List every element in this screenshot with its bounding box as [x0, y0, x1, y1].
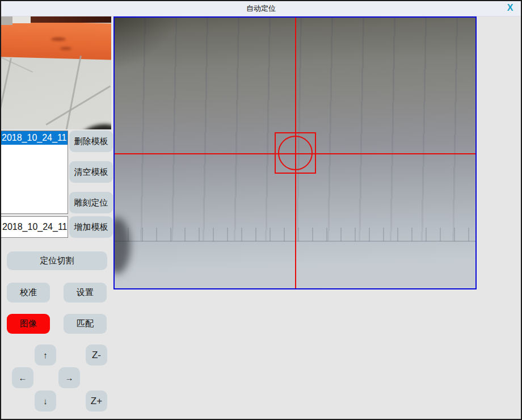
target-circle [278, 136, 313, 170]
camera-viewport[interactable] [113, 16, 477, 289]
thumbnail-dark-strip [31, 16, 111, 23]
title-bar: 自动定位 X [0, 0, 522, 16]
template-list[interactable]: 2018_10_24_11 [1, 131, 68, 214]
close-icon[interactable]: X [504, 2, 516, 14]
thumbnail-tile-line [45, 85, 111, 125]
image-button[interactable]: 图像 [7, 314, 50, 334]
calibrate-button[interactable]: 校准 [7, 283, 50, 303]
jog-z-minus-button[interactable]: Z- [86, 345, 107, 366]
thumbnail-tile-line [1, 58, 12, 129]
add-template-button[interactable]: 增加模板 [69, 216, 113, 238]
jog-right-button[interactable]: → [58, 367, 80, 388]
clear-templates-button[interactable]: 清空模板 [69, 161, 113, 183]
thumbnail-stain [60, 47, 71, 50]
jog-left-button[interactable]: ← [12, 367, 33, 388]
window-title: 自动定位 [0, 3, 522, 14]
template-list-item[interactable]: 2018_10_24_11 [1, 131, 68, 145]
engrave-position-button[interactable]: 雕刻定位 [69, 192, 113, 213]
thumbnail-stain [51, 37, 66, 41]
template-thumbnail [1, 16, 111, 129]
position-cut-button[interactable]: 定位切割 [7, 251, 107, 270]
thumbnail-dark-object [73, 120, 111, 129]
template-name-input[interactable] [1, 216, 68, 238]
delete-template-button[interactable]: 删除模板 [69, 131, 113, 152]
thumbnail-tile-line [1, 57, 33, 73]
thumbnail-corner-patch [1, 16, 12, 25]
jog-z-plus-button[interactable]: Z+ [86, 390, 107, 411]
jog-down-button[interactable]: ↓ [35, 390, 56, 411]
auto-position-window: 自动定位 X 2018_10_24_11 删除模板 清空模板 雕刻定位 增加模板… [0, 0, 522, 420]
thumbnail-tile-line [65, 56, 82, 129]
jog-up-button[interactable]: ↑ [35, 345, 56, 366]
settings-button[interactable]: 设置 [64, 283, 107, 303]
match-button[interactable]: 匹配 [64, 314, 107, 334]
thumbnail-corner-patch [12, 16, 31, 23]
